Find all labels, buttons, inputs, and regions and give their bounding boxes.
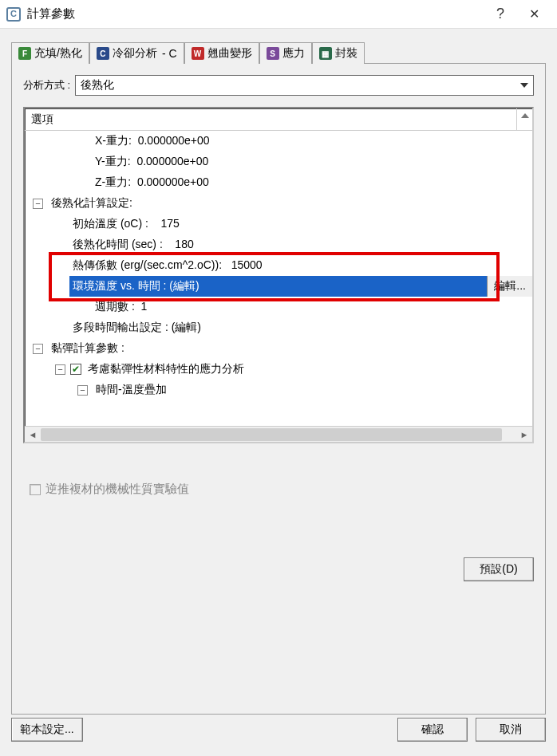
- tab-cooling-icon: C: [97, 47, 109, 60]
- analysis-method-row: 分析方式 : 後熟化: [23, 75, 534, 96]
- titlebar: 計算參數 ? ✕: [0, 0, 557, 29]
- tree-row-cycle-count[interactable]: 週期數 : 1: [25, 297, 532, 317]
- tab-filling-icon: F: [18, 47, 31, 60]
- tree-row-post-cure-settings[interactable]: − 後熟化計算設定:: [25, 193, 532, 214]
- scroll-track[interactable]: [41, 427, 516, 442]
- dialog-window: 計算參數 ? ✕ F 充填/熟化 C 冷卻分析 - C W 翹曲變形 S 應力: [0, 0, 557, 756]
- tab-warp[interactable]: W 翹曲變形: [184, 42, 259, 64]
- tab-warp-icon: W: [192, 47, 204, 60]
- tree-row-viscoelastic-params[interactable]: − 黏彈計算參數 :: [25, 338, 532, 359]
- minus-icon[interactable]: −: [33, 199, 43, 209]
- app-icon: [6, 7, 21, 22]
- analysis-method-value: 後熟化: [81, 78, 114, 93]
- tab-panel-stress: 分析方式 : 後熟化 選項: [11, 63, 546, 715]
- tab-filling[interactable]: F 充填/熟化: [11, 42, 89, 64]
- tree-header: 選項: [25, 108, 532, 131]
- tree-row-x-gravity[interactable]: X-重力: 0.000000e+00: [25, 131, 532, 152]
- tree-row-multi-time-output[interactable]: 多段時間輸出設定 : (編輯): [25, 317, 532, 338]
- scroll-right-icon[interactable]: ►: [516, 427, 532, 442]
- help-button[interactable]: ?: [484, 2, 517, 26]
- tree-row-heat-transfer-coef[interactable]: 熱傳係數 (erg/(sec.cm^2.oC)): 15000: [25, 255, 532, 276]
- minus-icon[interactable]: −: [55, 364, 65, 375]
- tab-cooling-suffix: - C: [162, 47, 177, 60]
- reverse-composite-checkbox-row: 逆推複材的機械性質實驗值: [23, 482, 534, 497]
- edit-button[interactable]: 編輯...: [487, 276, 532, 297]
- ok-button[interactable]: 確認: [397, 718, 468, 742]
- checkbox-disabled: [30, 484, 41, 495]
- chevron-down-icon: [517, 77, 531, 93]
- analysis-method-select[interactable]: 後熟化: [75, 75, 534, 96]
- close-icon: ✕: [529, 6, 539, 22]
- window-title: 計算參數: [27, 6, 75, 22]
- tab-filling-label: 充填/熟化: [34, 46, 82, 61]
- default-button[interactable]: 預設(D): [464, 557, 534, 581]
- tree-row-env-temp-vs-time[interactable]: 環境溫度 vs. 時間 : (編輯) 編輯...: [25, 276, 532, 297]
- tab-package-icon: ▦: [319, 47, 332, 60]
- tree-header-label: 選項: [31, 112, 53, 127]
- options-tree: 選項 X-重力: 0.000000e+00 Y-重力: 0.000000e+00: [23, 107, 534, 443]
- cancel-button[interactable]: 取消: [476, 718, 546, 742]
- minus-icon[interactable]: −: [33, 344, 43, 354]
- tree-row-post-cure-time[interactable]: 後熟化時間 (sec) : 180: [25, 234, 532, 255]
- tree-row-initial-temp[interactable]: 初始溫度 (oC) : 175: [25, 214, 532, 234]
- tab-stress[interactable]: S 應力: [259, 42, 312, 64]
- minus-icon[interactable]: −: [77, 385, 88, 396]
- dialog-body: F 充填/熟化 C 冷卻分析 - C W 翹曲變形 S 應力 ▦ 封裝: [0, 29, 557, 715]
- tab-cooling[interactable]: C 冷卻分析 - C: [89, 42, 184, 64]
- tab-warp-label: 翹曲變形: [207, 46, 252, 61]
- tab-package[interactable]: ▦ 封裝: [312, 42, 365, 64]
- tree-row-consider-visco[interactable]: − ✔ 考慮黏彈性材料特性的應力分析: [25, 359, 532, 380]
- dialog-button-bar: 範本設定... 確認 取消: [0, 715, 557, 756]
- analysis-method-label: 分析方式 :: [23, 78, 70, 93]
- tab-strip: F 充填/熟化 C 冷卻分析 - C W 翹曲變形 S 應力 ▦ 封裝: [11, 40, 546, 64]
- check-icon: ✔: [72, 364, 80, 374]
- reverse-composite-label: 逆推複材的機械性質實驗值: [45, 482, 189, 497]
- scroll-thumb[interactable]: [41, 428, 502, 441]
- tree-row-time-temp-superposition[interactable]: − 時間-溫度疊加: [25, 380, 532, 400]
- checkbox-checked[interactable]: ✔: [70, 364, 81, 375]
- tree-row-z-gravity[interactable]: Z-重力: 0.000000e+00: [25, 172, 532, 193]
- scroll-left-icon[interactable]: ◄: [25, 427, 41, 442]
- scroll-up-icon[interactable]: [516, 108, 532, 130]
- tab-stress-icon: S: [267, 47, 279, 60]
- tree-rows: X-重力: 0.000000e+00 Y-重力: 0.000000e+00 Z-…: [25, 131, 532, 426]
- close-button[interactable]: ✕: [517, 2, 551, 26]
- horizontal-scrollbar[interactable]: ◄ ►: [25, 426, 532, 442]
- tab-stress-label: 應力: [282, 46, 305, 61]
- tab-cooling-label: 冷卻分析: [113, 46, 157, 61]
- template-settings-button[interactable]: 範本設定...: [11, 718, 83, 742]
- tree-selected-label: 環境溫度 vs. 時間 : (編輯): [69, 276, 487, 297]
- tree-row-y-gravity[interactable]: Y-重力: 0.000000e+00: [25, 152, 532, 172]
- tab-package-label: 封裝: [335, 46, 358, 61]
